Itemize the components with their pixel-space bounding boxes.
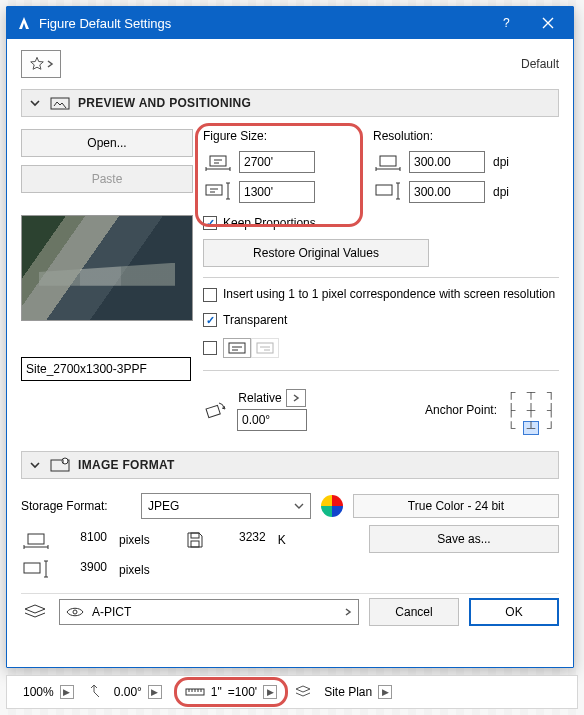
view-name: Site Plan	[324, 685, 372, 699]
storage-format-value: JPEG	[148, 499, 179, 513]
chevron-down-icon	[294, 501, 304, 511]
angle-stepper[interactable]: ▶	[148, 685, 162, 699]
close-button[interactable]	[527, 7, 569, 39]
anchor-point-grid[interactable]: ┌┬┐ ├┼┤ └┴┘	[503, 385, 559, 435]
section-imgfmt-header[interactable]: i IMAGE FORMAT	[21, 451, 559, 479]
transparent-checkbox[interactable]	[203, 313, 217, 327]
storage-format-label: Storage Format:	[21, 499, 131, 513]
svg-rect-3	[210, 156, 226, 166]
mirror-flipped-icon	[251, 338, 279, 358]
chevron-right-icon	[46, 60, 54, 68]
window-title: Figure Default Settings	[39, 16, 485, 31]
dpi-unit-2: dpi	[493, 185, 509, 199]
svg-rect-15	[191, 533, 199, 538]
layers-icon	[21, 602, 49, 622]
orientation-icon[interactable]	[86, 684, 102, 700]
open-button[interactable]: Open...	[21, 129, 193, 157]
zoom-stepper[interactable]: ▶	[60, 685, 74, 699]
resolution-label: Resolution:	[373, 129, 559, 143]
anchor-point-label: Anchor Point:	[425, 403, 497, 417]
px-unit-2: pixels	[119, 563, 150, 577]
statusbar: 100% ▶ 0.00° ▶ 1" =100' ▶ Site Plan ▶	[6, 675, 578, 709]
transparent-label: Transparent	[223, 313, 287, 327]
figure-width-input[interactable]	[239, 151, 315, 173]
insert-1to1-label: Insert using 1 to 1 pixel correspondence…	[223, 286, 555, 302]
pixel-height-value: 3900	[57, 559, 111, 581]
figure-height-input[interactable]	[239, 181, 315, 203]
scale-indicator[interactable]: 1" =100' ▶	[174, 677, 288, 707]
dialog-body: Default PREVIEW AND POSITIONING Open... …	[7, 39, 573, 667]
scale-right: =100'	[228, 685, 257, 699]
scale-left: 1"	[211, 685, 222, 699]
titlebar: Figure Default Settings ?	[7, 7, 573, 39]
color-wheel-icon	[321, 495, 343, 517]
svg-rect-13	[28, 534, 44, 544]
zoom-value: 100%	[23, 685, 54, 699]
svg-rect-5	[380, 156, 396, 166]
imgfmt-section-icon: i	[50, 457, 70, 473]
chevron-right-icon	[292, 394, 300, 402]
svg-marker-0	[19, 17, 29, 29]
dpi-unit: dpi	[493, 155, 509, 169]
svg-rect-14	[24, 563, 40, 573]
figure-default-settings-dialog: Figure Default Settings ? Default PREVIE…	[6, 6, 574, 668]
mirror-normal-icon	[223, 338, 251, 358]
svg-point-17	[73, 610, 77, 614]
svg-rect-4	[206, 185, 222, 195]
restore-original-button[interactable]: Restore Original Values	[203, 239, 429, 267]
default-label: Default	[521, 57, 559, 71]
section-imgfmt-title: IMAGE FORMAT	[78, 458, 175, 472]
svg-text:i: i	[63, 458, 64, 464]
svg-rect-2	[51, 98, 69, 109]
app-logo-icon	[15, 14, 33, 32]
view-stack-icon[interactable]	[294, 685, 312, 699]
favorites-button[interactable]	[21, 50, 61, 78]
chevron-down-icon	[28, 96, 42, 110]
resolution-x-input[interactable]	[409, 151, 485, 173]
save-as-button[interactable]: Save as...	[369, 525, 559, 553]
star-icon	[29, 56, 45, 72]
layer-name: A-PICT	[92, 605, 131, 619]
svg-rect-8	[257, 343, 273, 353]
section-preview-header[interactable]: PREVIEW AND POSITIONING	[21, 89, 559, 117]
resolution-y-input[interactable]	[409, 181, 485, 203]
pixel-width-value: 8100	[57, 529, 111, 551]
figure-size-label: Figure Size:	[203, 129, 353, 143]
chevron-down-icon	[28, 458, 42, 472]
height-icon	[203, 181, 233, 203]
layer-select[interactable]: A-PICT	[59, 599, 359, 625]
relative-mode-button[interactable]	[286, 389, 306, 407]
angle-value: 0.00°	[114, 685, 142, 699]
rotation-angle-input[interactable]	[237, 409, 307, 431]
px-height-icon	[21, 559, 51, 581]
eye-icon	[66, 606, 84, 618]
svg-rect-16	[191, 541, 199, 547]
mirror-mode-toggle[interactable]	[223, 338, 279, 358]
res-height-icon	[373, 181, 403, 203]
view-stepper[interactable]: ▶	[378, 685, 392, 699]
filesize-value: 3232	[216, 529, 270, 551]
px-width-icon	[21, 529, 51, 551]
figure-name-input[interactable]	[21, 357, 191, 381]
mirror-checkbox[interactable]	[203, 341, 217, 355]
insert-1to1-checkbox[interactable]	[203, 288, 217, 302]
relative-label: Relative	[238, 391, 281, 405]
color-depth-field[interactable]: True Color - 24 bit	[353, 494, 559, 518]
res-width-icon	[373, 151, 403, 173]
storage-format-select[interactable]: JPEG	[141, 493, 311, 519]
width-icon	[203, 151, 233, 173]
preview-section-icon	[50, 95, 70, 111]
help-button[interactable]: ?	[485, 7, 527, 39]
filesize-unit: K	[278, 533, 286, 547]
svg-rect-6	[376, 185, 392, 195]
keep-proportions-checkbox[interactable]	[203, 216, 217, 230]
paste-button: Paste	[21, 165, 193, 193]
chevron-right-icon	[344, 608, 352, 616]
scale-stepper[interactable]: ▶	[263, 685, 277, 699]
disk-icon	[180, 529, 210, 551]
ok-button[interactable]: OK	[469, 598, 559, 626]
px-unit: pixels	[119, 533, 150, 547]
cancel-button[interactable]: Cancel	[369, 598, 459, 626]
svg-rect-7	[229, 343, 245, 353]
svg-rect-9	[206, 406, 220, 418]
